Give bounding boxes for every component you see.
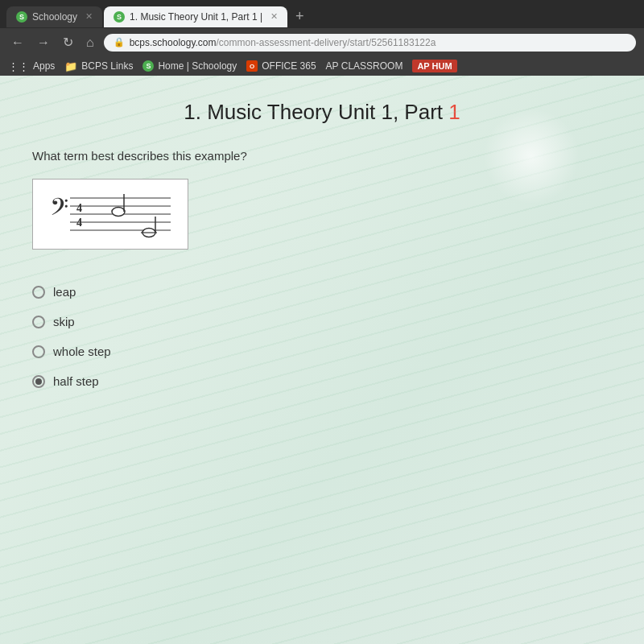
svg-text:4: 4 xyxy=(76,217,82,229)
office-icon: O xyxy=(246,60,258,72)
radio-skip[interactable] xyxy=(32,316,45,328)
svg-text:4: 4 xyxy=(76,202,82,214)
browser-chrome: S Schoology ✕ S 1. Music Theory Unit 1, … xyxy=(0,0,644,76)
answer-whole-step[interactable]: whole step xyxy=(32,345,612,358)
bookmarks-bar: ⋮⋮ Apps 📁 BCPS Links S Home | Schoology … xyxy=(0,56,644,76)
answer-half-step[interactable]: half step xyxy=(32,374,612,388)
office-365-label: OFFICE 365 xyxy=(262,60,316,72)
apps-label: Apps xyxy=(33,60,55,72)
folder-icon: 📁 xyxy=(64,60,77,72)
lock-icon: 🔒 xyxy=(114,37,125,47)
add-tab-button[interactable]: + xyxy=(289,5,311,28)
bookmark-ap-hum[interactable]: AP HUM xyxy=(412,60,456,72)
music-theory-tab-close[interactable]: ✕ xyxy=(270,11,278,22)
address-bar[interactable]: 🔒 bcps.schoology.com/common-assessment-d… xyxy=(104,34,636,52)
ap-hum-label: AP HUM xyxy=(412,60,456,72)
answer-half-step-label: half step xyxy=(53,374,99,388)
music-notation: 𝄢 4 4 xyxy=(32,179,188,250)
radio-whole-step[interactable] xyxy=(32,345,45,358)
radio-half-step[interactable] xyxy=(32,375,45,388)
answer-skip[interactable]: skip xyxy=(32,315,612,328)
svg-point-8 xyxy=(112,208,125,217)
bookmark-home-schoology[interactable]: S Home | Schoology xyxy=(142,60,237,72)
music-theory-tab-label: 1. Music Theory Unit 1, Part 1 | xyxy=(130,11,262,23)
address-bar-row: ← → ↻ ⌂ 🔒 bcps.schoology.com/common-asse… xyxy=(0,28,644,56)
ap-classroom-label: AP CLASSROOM xyxy=(326,60,403,72)
bcps-links-label: BCPS Links xyxy=(81,60,133,72)
url-path: /common-assessment-delivery/start/525611… xyxy=(217,37,436,48)
radio-leap[interactable] xyxy=(32,286,45,299)
refresh-button[interactable]: ↻ xyxy=(60,33,76,52)
bookmark-ap-classroom[interactable]: AP CLASSROOM xyxy=(326,60,403,72)
home-button[interactable]: ⌂ xyxy=(83,34,97,52)
music-theory-tab-icon: S xyxy=(114,11,125,23)
page-title-text: 1. Music Theory Unit 1, Part xyxy=(184,100,448,124)
page-title-highlight: 1 xyxy=(448,100,460,124)
svg-text:𝄢: 𝄢 xyxy=(50,194,68,226)
answer-whole-step-label: whole step xyxy=(53,345,111,358)
url-host: bcps.schoology.com xyxy=(130,37,217,48)
bookmark-bcps-links[interactable]: 📁 BCPS Links xyxy=(64,60,133,72)
page-title: 1. Music Theory Unit 1, Part 1 xyxy=(32,100,612,125)
schoology-tab-label: Schoology xyxy=(32,11,77,23)
schoology-tab[interactable]: S Schoology ✕ xyxy=(6,6,102,27)
answer-leap[interactable]: leap xyxy=(32,285,612,299)
page-content: 1. Music Theory Unit 1, Part 1 What term… xyxy=(0,76,644,644)
apps-grid-icon: ⋮⋮ xyxy=(8,60,29,72)
staff-svg: 𝄢 4 4 xyxy=(46,186,175,242)
music-theory-tab[interactable]: S 1. Music Theory Unit 1, Part 1 | ✕ xyxy=(104,6,287,27)
home-schoology-label: Home | Schoology xyxy=(158,60,237,72)
answer-choices: leap skip whole step half step xyxy=(32,285,612,388)
answer-skip-label: skip xyxy=(53,315,75,328)
answer-leap-label: leap xyxy=(53,285,76,299)
tab-bar: S Schoology ✕ S 1. Music Theory Unit 1, … xyxy=(0,0,644,28)
bookmark-office-365[interactable]: O OFFICE 365 xyxy=(246,60,316,72)
url-display: bcps.schoology.com/common-assessment-del… xyxy=(130,37,436,48)
question-text: What term best describes this example? xyxy=(32,149,612,163)
schoology-tab-icon: S xyxy=(16,11,27,23)
back-button[interactable]: ← xyxy=(8,34,27,52)
schoology-tab-close[interactable]: ✕ xyxy=(85,11,93,22)
schoology-bookmark-icon: S xyxy=(142,60,154,72)
forward-button[interactable]: → xyxy=(34,34,53,52)
bookmark-apps[interactable]: ⋮⋮ Apps xyxy=(8,60,55,72)
screen-wrapper: S Schoology ✕ S 1. Music Theory Unit 1, … xyxy=(0,0,644,644)
